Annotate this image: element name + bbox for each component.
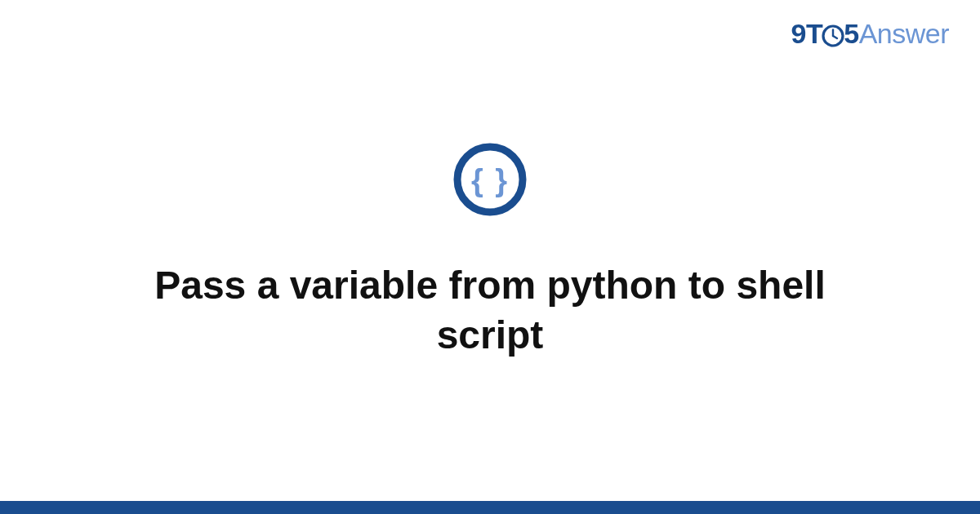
svg-text:{ }: { } <box>471 163 509 197</box>
question-title: Pass a variable from python to shell scr… <box>106 260 874 361</box>
main-content: { } Pass a variable from python to shell… <box>0 0 980 501</box>
code-braces-icon: { } <box>452 141 528 218</box>
bottom-accent-bar <box>0 501 980 514</box>
